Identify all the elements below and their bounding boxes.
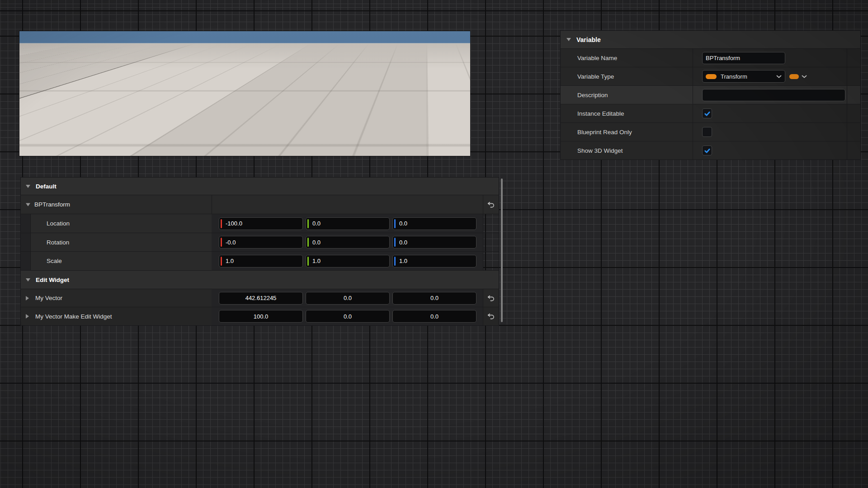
mvmew-x-spinbox[interactable] — [219, 310, 303, 323]
row-location: Location — [21, 214, 499, 233]
my-vector-make-edit-widget-label: My Vector Make Edit Widget — [35, 307, 112, 325]
row-my-vector: My Vector — [21, 289, 499, 307]
y-axis-color-bar — [307, 257, 309, 266]
mvmew-y-spinbox[interactable] — [306, 310, 390, 323]
actor-label-myvector-makeeditwidget: MyVector_MakeEditWidget — [370, 104, 446, 111]
chevron-down-icon — [776, 75, 782, 78]
show-3d-widget-label: Show 3D Widget — [577, 141, 623, 160]
location-y-spinbox[interactable] — [306, 217, 390, 230]
bptransform-label: BPTransform — [34, 195, 70, 214]
row-rotation: Rotation — [21, 233, 499, 251]
row-variable-name: Variable Name — [561, 48, 860, 67]
row-blueprint-read-only: Blueprint Read Only — [561, 122, 860, 141]
blueprint-read-only-checkbox[interactable] — [702, 127, 712, 137]
row-description: Description — [561, 85, 860, 104]
reset-to-default-button[interactable] — [486, 312, 496, 320]
variable-type-label: Variable Type — [577, 67, 614, 85]
z-axis-color-bar — [394, 219, 396, 228]
category-default-title: Default — [36, 183, 57, 190]
scale-x-spinbox[interactable] — [219, 255, 303, 267]
variable-name-label: Variable Name — [577, 49, 617, 67]
expander-arrow-icon[interactable] — [26, 314, 29, 319]
my-vector-x-spinbox[interactable] — [219, 292, 303, 305]
viewport-preview: BPTransform MyVector_MakeEditWidget — [19, 31, 470, 156]
row-scale: Scale — [21, 251, 499, 270]
rotation-x-spinbox[interactable] — [219, 236, 303, 249]
description-input[interactable] — [702, 89, 845, 101]
blueprint-graph-background[interactable]: BPTransform MyVector_MakeEditWidget — [0, 0, 868, 488]
reset-to-default-button[interactable] — [486, 201, 496, 209]
vector-3d-widget-sphere — [180, 74, 297, 156]
mvmew-z-spinbox[interactable] — [392, 310, 476, 323]
row-my-vector-make-edit-widget: My Vector Make Edit Widget — [21, 307, 499, 325]
show-3d-widget-checkbox[interactable] — [702, 145, 712, 155]
actor-label-bptransform: BPTransform — [94, 111, 128, 117]
row-variable-type: Variable Type Transform — [561, 67, 860, 85]
collapse-arrow-icon — [26, 185, 30, 188]
checkmark-icon — [704, 147, 711, 154]
scale-z-spinbox[interactable] — [392, 255, 476, 267]
y-axis-color-bar — [307, 238, 309, 247]
transform-type-pill-icon — [706, 74, 717, 79]
category-edit-widget[interactable]: Edit Widget — [21, 270, 499, 289]
chevron-down-icon — [802, 75, 807, 78]
details-panel-scrollbar[interactable] — [501, 178, 503, 322]
x-axis-color-bar — [221, 219, 222, 228]
location-z-spinbox[interactable] — [392, 217, 476, 230]
scale-label: Scale — [47, 252, 62, 270]
description-label: Description — [577, 86, 608, 104]
row-show-3d-widget: Show 3D Widget — [561, 141, 860, 160]
undo-arrow-icon — [487, 313, 495, 320]
z-axis-color-bar — [394, 238, 396, 247]
my-vector-y-spinbox[interactable] — [306, 292, 390, 305]
container-type-pill-icon — [789, 74, 799, 79]
category-default[interactable]: Default — [21, 178, 499, 195]
collapse-arrow-icon — [566, 38, 571, 41]
location-label: Location — [47, 214, 70, 233]
variable-type-dropdown[interactable]: Transform — [702, 70, 785, 83]
instance-editable-label: Instance Editable — [577, 104, 624, 122]
rotation-z-spinbox[interactable] — [392, 236, 476, 249]
reset-to-default-button[interactable] — [486, 294, 496, 302]
collapse-arrow-icon — [26, 278, 30, 282]
location-x-spinbox[interactable] — [219, 217, 303, 230]
expander-arrow-icon[interactable] — [26, 296, 29, 300]
y-axis-color-bar — [307, 219, 309, 228]
my-vector-label: My Vector — [35, 289, 62, 307]
my-vector-z-spinbox[interactable] — [392, 292, 476, 305]
x-axis-color-bar — [221, 257, 222, 266]
container-type-dropdown[interactable] — [789, 74, 807, 79]
viewport-floor-grid — [19, 31, 470, 43]
x-axis-color-bar — [221, 238, 222, 247]
scale-y-spinbox[interactable] — [306, 255, 390, 267]
checkmark-icon — [704, 110, 711, 117]
undo-arrow-icon — [487, 295, 495, 302]
variable-section-title: Variable — [576, 36, 601, 43]
variable-type-value: Transform — [721, 73, 772, 80]
class-defaults-panel: Default BPTransform Location — [21, 178, 499, 325]
row-instance-editable: Instance Editable — [561, 104, 860, 122]
instance-editable-checkbox[interactable] — [702, 108, 712, 118]
variable-name-input[interactable] — [702, 52, 785, 64]
expander-arrow-icon[interactable] — [26, 203, 30, 206]
horizon-haze — [19, 43, 470, 68]
rotation-label: Rotation — [47, 233, 69, 251]
rotation-y-spinbox[interactable] — [306, 236, 390, 249]
blueprint-read-only-label: Blueprint Read Only — [577, 123, 632, 141]
variable-details-panel: Variable Variable Name Variable Type Tra… — [561, 31, 860, 160]
undo-arrow-icon — [487, 201, 495, 208]
z-axis-color-bar — [394, 257, 396, 266]
category-edit-widget-title: Edit Widget — [36, 277, 69, 283]
row-bptransform: BPTransform — [21, 195, 499, 214]
variable-section-header[interactable]: Variable — [561, 31, 860, 48]
